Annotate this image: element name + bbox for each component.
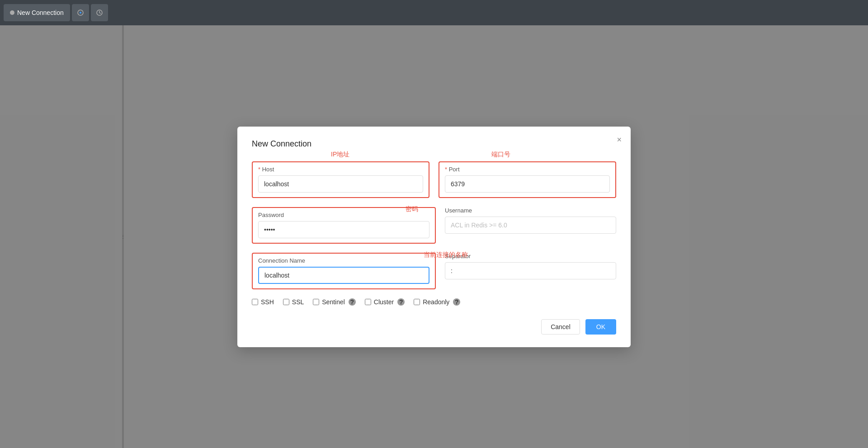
pass-user-row: 密码 Password Username — [252, 207, 616, 244]
sentinel-checkbox[interactable] — [313, 299, 319, 305]
separator-input[interactable] — [445, 262, 616, 279]
host-field-box: * Host — [252, 161, 429, 198]
connection-name-input[interactable] — [258, 267, 429, 284]
cluster-checkbox[interactable] — [365, 299, 371, 305]
password-label: Password — [258, 212, 429, 218]
port-field-box: * Port — [439, 161, 616, 198]
ssh-checkbox[interactable] — [252, 299, 258, 305]
sentinel-checkbox-item[interactable]: Sentinel ? — [313, 298, 356, 306]
modal-footer: Cancel OK — [252, 319, 616, 335]
refresh-icon — [77, 9, 84, 16]
host-required: * — [258, 166, 260, 173]
cancel-button[interactable]: Cancel — [541, 319, 580, 335]
modal-title: New Connection — [252, 139, 311, 148]
svg-point-1 — [80, 12, 81, 14]
toolbar-icon1-button[interactable] — [72, 4, 89, 21]
readonly-checkbox[interactable] — [414, 299, 420, 305]
connection-name-label: Connection Name — [258, 257, 429, 264]
connection-dot-icon — [10, 10, 14, 15]
cluster-help-icon[interactable]: ? — [397, 298, 405, 306]
username-field-group: Username — [445, 207, 616, 234]
checkbox-row: SSH SSL Sentinel ? Cluster ? — [252, 298, 616, 306]
cluster-label: Cluster — [374, 298, 394, 306]
port-annotation: 端口号 — [491, 151, 510, 159]
new-connection-label: New Connection — [17, 9, 64, 16]
cluster-checkbox-item[interactable]: Cluster ? — [365, 298, 405, 306]
ssl-label: SSL — [292, 298, 304, 306]
ssh-label: SSH — [261, 298, 274, 306]
port-required: * — [445, 166, 447, 173]
ssl-checkbox-item[interactable]: SSL — [283, 298, 304, 306]
form-area: IP地址 端口号 * Host * Port — [252, 149, 616, 335]
sentinel-label: Sentinel — [322, 298, 345, 306]
host-port-row: IP地址 端口号 * Host * Port — [252, 161, 616, 198]
port-label: * Port — [445, 166, 610, 173]
new-connection-button[interactable]: New Connection — [4, 4, 70, 21]
ssl-checkbox[interactable] — [283, 299, 289, 305]
host-input[interactable] — [258, 175, 423, 193]
toolbar-icon2-button[interactable] — [91, 4, 108, 21]
host-label: * Host — [258, 166, 423, 173]
separator-label: Separator — [445, 253, 616, 259]
connection-name-field-box: Connection Name — [252, 253, 436, 289]
ip-annotation: IP地址 — [331, 151, 349, 159]
sentinel-help-icon[interactable]: ? — [349, 298, 356, 306]
ssh-checkbox-item[interactable]: SSH — [252, 298, 274, 306]
modal-close-button[interactable]: × — [617, 136, 622, 144]
modal-overlay: New Connection × IP地址 端口号 * Host — [0, 25, 868, 448]
toolbar: New Connection — [0, 0, 868, 25]
ok-button[interactable]: OK — [585, 319, 616, 335]
readonly-checkbox-item[interactable]: Readonly ? — [414, 298, 460, 306]
username-input[interactable] — [445, 217, 616, 234]
readonly-help-icon[interactable]: ? — [453, 298, 460, 306]
password-input[interactable] — [258, 221, 429, 238]
password-field-box: Password — [252, 207, 436, 244]
username-label: Username — [445, 207, 616, 214]
new-connection-dialog: New Connection × IP地址 端口号 * Host — [237, 127, 631, 347]
history-icon — [96, 9, 103, 16]
readonly-label: Readonly — [423, 298, 449, 306]
port-input[interactable] — [445, 175, 610, 193]
connname-sep-row: 当前连接的名称 Connection Name Separator — [252, 253, 616, 289]
separator-field-group: Separator — [445, 253, 616, 279]
